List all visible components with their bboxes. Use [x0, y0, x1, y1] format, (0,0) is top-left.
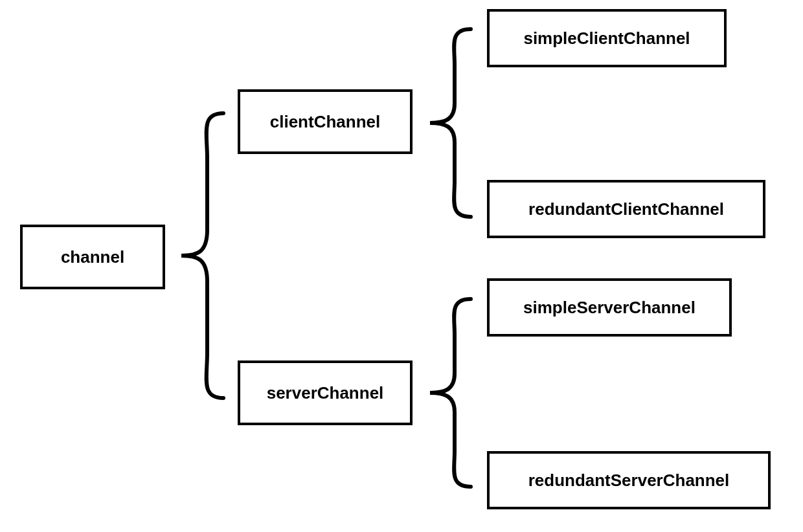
node-client-channel-label: clientChannel	[270, 112, 380, 132]
node-server-channel: serverChannel	[238, 360, 413, 425]
brace-icon	[416, 293, 481, 493]
node-simple-client-channel: simpleClientChannel	[487, 9, 727, 67]
node-channel: channel	[20, 225, 165, 289]
node-client-channel: clientChannel	[238, 89, 413, 154]
node-redundant-server-channel-label: redundantServerChannel	[528, 471, 730, 491]
node-channel-label: channel	[61, 247, 124, 267]
node-redundant-client-channel-label: redundantClientChannel	[528, 199, 724, 219]
brace-icon	[416, 23, 481, 223]
node-redundant-client-channel: redundantClientChannel	[487, 180, 765, 238]
diagram-stage: channel clientChannel serverChannel simp…	[0, 0, 803, 532]
node-server-channel-label: serverChannel	[267, 383, 384, 403]
node-redundant-server-channel: redundantServerChannel	[487, 451, 771, 509]
brace-icon	[168, 107, 233, 405]
node-simple-client-channel-label: simpleClientChannel	[523, 28, 690, 49]
node-simple-server-channel-label: simpleServerChannel	[523, 298, 696, 318]
node-simple-server-channel: simpleServerChannel	[487, 278, 732, 337]
